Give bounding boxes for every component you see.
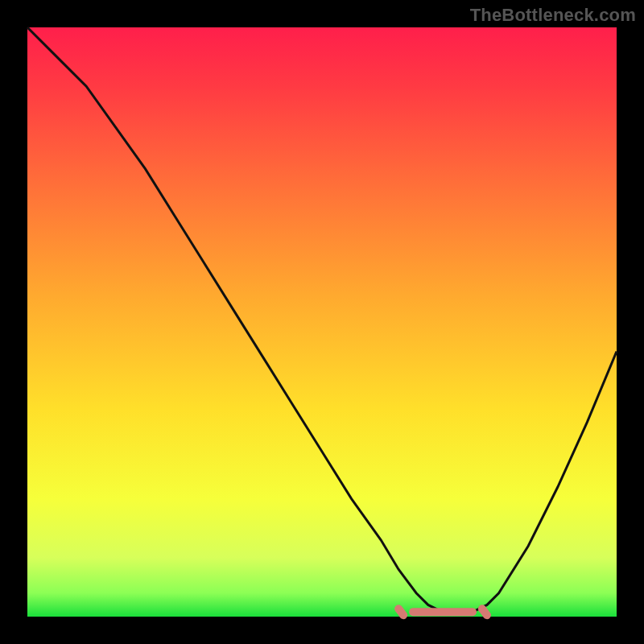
plot-area <box>27 27 617 617</box>
curve-layer <box>27 27 617 617</box>
chart-frame: TheBottleneck.com <box>0 0 644 644</box>
svg-point-1 <box>398 609 404 615</box>
bottleneck-curve <box>27 27 617 613</box>
watermark-text: TheBottleneck.com <box>470 5 636 26</box>
svg-line-4 <box>482 609 487 615</box>
trough-marker <box>398 609 488 615</box>
